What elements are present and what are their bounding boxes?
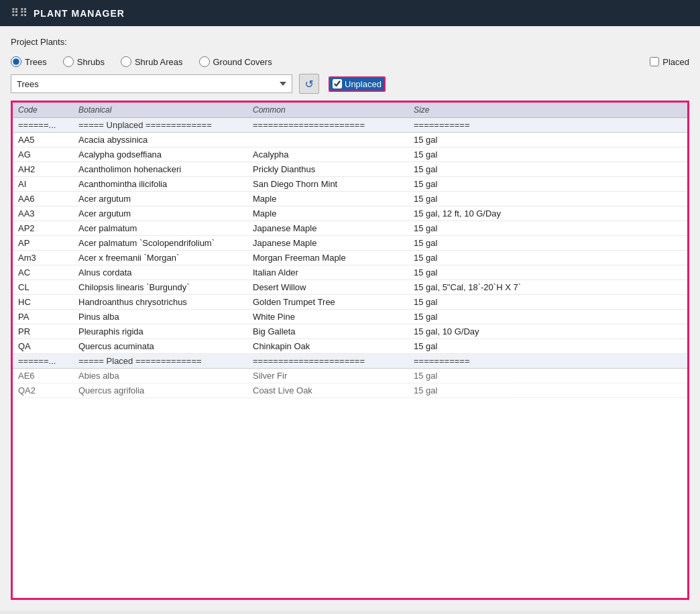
cell-botanical: Acer palmatum: [78, 223, 253, 233]
cell-botanical: Acanthomintha ilicifolia: [78, 179, 253, 189]
cell-common: Prickly Dianthus: [253, 164, 414, 174]
radio-ground-covers[interactable]: Ground Covers: [199, 56, 272, 67]
table-row[interactable]: AA5 Acacia abyssinica 15 gal: [13, 133, 687, 147]
plant-table-container: Code Botanical Common Size ======... ===…: [11, 101, 689, 600]
cell-code: AI: [18, 179, 78, 189]
table-row[interactable]: AA3 Acer argutum Maple 15 gal, 12 ft, 10…: [13, 206, 687, 221]
title-bar-text: PLANT MANAGER: [34, 8, 125, 19]
cell-botanical: Acer argutum: [78, 208, 253, 219]
cell-common: ======================: [253, 356, 414, 366]
cell-code: AA6: [18, 194, 78, 204]
cell-common: Italian Alder: [253, 267, 414, 278]
radio-shrubs[interactable]: Shrubs: [63, 56, 105, 67]
refresh-button[interactable]: ↻: [299, 74, 319, 94]
cell-botanical: Acer palmatum `Scolopendrifolium`: [78, 238, 253, 248]
controls-row: Trees ↻ Unplaced: [11, 74, 689, 94]
cell-botanical: Acer x freemanii `Morgan`: [78, 253, 253, 263]
cell-botanical: Acer argutum: [78, 194, 253, 204]
cell-size: 15 gal: [414, 267, 682, 278]
radio-trees-label: Trees: [25, 57, 47, 67]
col-header-code: Code: [18, 105, 78, 115]
cell-common: Golden Trumpet Tree: [253, 297, 414, 307]
cell-botanical: ===== Unplaced =============: [78, 120, 253, 130]
unplaced-checkbox-highlight[interactable]: Unplaced: [329, 76, 386, 92]
cell-common: Coast Live Oak: [253, 385, 414, 395]
col-header-common: Common: [253, 105, 414, 115]
cell-size: 15 gal: [414, 312, 682, 322]
title-bar-icon: ⠿⠿: [11, 7, 28, 19]
table-row[interactable]: QA2 Quercus agrifolia Coast Live Oak 15 …: [13, 383, 687, 398]
cell-size: ===========: [414, 120, 682, 130]
cell-size: 15 gal: [414, 385, 682, 395]
cell-common: [253, 135, 414, 145]
cell-size: ===========: [414, 356, 682, 366]
table-row[interactable]: CL Chilopsis linearis `Burgundy` Desert …: [13, 280, 687, 295]
table-row[interactable]: ======... ===== Placed ============= ===…: [13, 354, 687, 369]
table-body: ======... ===== Unplaced ============= =…: [13, 118, 687, 398]
table-row[interactable]: AG Acalypha godseffiana Acalypha 15 gal: [13, 147, 687, 162]
cell-code: AC: [18, 267, 78, 278]
col-header-size: Size: [414, 105, 682, 115]
cell-common: Japanese Maple: [253, 238, 414, 248]
checkbox-unplaced[interactable]: [333, 79, 342, 88]
cell-common: Chinkapin Oak: [253, 341, 414, 351]
table-row[interactable]: PA Pinus alba White Pine 15 gal: [13, 310, 687, 324]
title-bar: ⠿⠿ PLANT MANAGER: [0, 0, 700, 26]
cell-size: 15 gal: [414, 164, 682, 174]
cell-size: 15 gal: [414, 194, 682, 204]
table-row[interactable]: QA Quercus acuminata Chinkapin Oak 15 ga…: [13, 339, 687, 354]
cell-code: AH2: [18, 164, 78, 174]
table-row[interactable]: PR Pleuraphis rigida Big Galleta 15 gal,…: [13, 324, 687, 339]
table-row[interactable]: AP2 Acer palmatum Japanese Maple 15 gal: [13, 221, 687, 236]
cell-botanical: Quercus acuminata: [78, 341, 253, 351]
table-row[interactable]: AI Acanthomintha ilicifolia San Diego Th…: [13, 177, 687, 192]
col-header-botanical: Botanical: [78, 105, 253, 115]
cell-botanical: Acantholimon hohenackeri: [78, 164, 253, 174]
radio-shrub-areas-label: Shrub Areas: [135, 57, 183, 67]
radio-ground-covers-label: Ground Covers: [213, 57, 272, 67]
cell-code: QA2: [18, 385, 78, 395]
table-row[interactable]: HC Handroanthus chrysotrichus Golden Tru…: [13, 295, 687, 310]
main-panel: Project Plants: Trees Shrubs Shrub Areas…: [0, 26, 700, 611]
table-row[interactable]: ======... ===== Unplaced ============= =…: [13, 118, 687, 133]
cell-size: 15 gal: [414, 179, 682, 189]
table-row[interactable]: AE6 Abies alba Silver Fir 15 gal: [13, 369, 687, 383]
cell-common: Japanese Maple: [253, 223, 414, 233]
cell-code: AE6: [18, 371, 78, 381]
radio-trees[interactable]: Trees: [11, 56, 47, 67]
cell-code: Am3: [18, 253, 78, 263]
cell-code: PA: [18, 312, 78, 322]
cell-botanical: Chilopsis linearis `Burgundy`: [78, 282, 253, 292]
cell-size: 15 gal: [414, 135, 682, 145]
table-row[interactable]: AA6 Acer argutum Maple 15 gal: [13, 192, 687, 206]
checkbox-placed[interactable]: Placed: [650, 57, 689, 67]
cell-botanical: Abies alba: [78, 371, 253, 381]
cell-size: 15 gal, 5"Cal, 18`-20`H X 7`: [414, 282, 682, 292]
cell-code: AG: [18, 149, 78, 160]
plant-type-dropdown[interactable]: Trees: [11, 74, 292, 93]
cell-botanical: Quercus agrifolia: [78, 385, 253, 395]
table-row[interactable]: AP Acer palmatum `Scolopendrifolium` Jap…: [13, 236, 687, 251]
cell-size: 15 gal: [414, 297, 682, 307]
cell-common: ======================: [253, 120, 414, 130]
cell-botanical: Alnus cordata: [78, 267, 253, 278]
radio-shrub-areas[interactable]: Shrub Areas: [121, 56, 183, 67]
cell-common: Big Galleta: [253, 326, 414, 336]
table-row[interactable]: Am3 Acer x freemanii `Morgan` Morgan Fre…: [13, 251, 687, 265]
cell-size: 15 gal: [414, 149, 682, 160]
cell-botanical: Acacia abyssinica: [78, 135, 253, 145]
cell-common: Silver Fir: [253, 371, 414, 381]
project-plants-label: Project Plants:: [11, 37, 689, 47]
cell-code: ======...: [18, 120, 78, 130]
cell-size: 15 gal: [414, 238, 682, 248]
refresh-icon: ↻: [305, 78, 314, 90]
cell-code: AA5: [18, 135, 78, 145]
cell-common: San Diego Thorn Mint: [253, 179, 414, 189]
table-row[interactable]: AC Alnus cordata Italian Alder 15 gal: [13, 265, 687, 280]
cell-size: 15 gal, 10 G/Day: [414, 326, 682, 336]
cell-botanical: Handroanthus chrysotrichus: [78, 297, 253, 307]
cell-common: Maple: [253, 208, 414, 219]
cell-common: White Pine: [253, 312, 414, 322]
radio-options-row: Trees Shrubs Shrub Areas Ground Covers P…: [11, 56, 689, 67]
table-row[interactable]: AH2 Acantholimon hohenackeri Prickly Dia…: [13, 162, 687, 177]
